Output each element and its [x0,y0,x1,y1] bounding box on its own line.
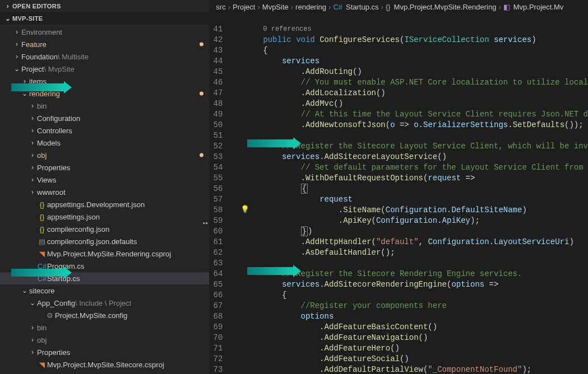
tree-folder[interactable]: ›items [0,75,209,87]
tree-folder[interactable]: ⌄App_Config \ Include \ Project [0,297,209,309]
explorer-sidebar: › OPEN EDITORS ⌄ MVP-SITE ›Environment ›… [0,0,209,374]
chevron-down-icon: ⌄ [3,15,12,22]
line-number: 48 [209,99,228,109]
line-number: 66 [209,290,228,301]
line-number: 43 [209,45,228,56]
tree-file[interactable]: {}appsettings.json [0,211,209,223]
file-tree: ›Environment ›Feature ›Foundation \ Mult… [0,25,209,374]
json-icon: {} [37,213,47,221]
line-number: 56 [209,184,228,194]
section-label: MVP-SITE [12,15,43,22]
line-number: 69 [209,322,228,333]
tree-folder[interactable]: ›obj [0,149,209,161]
line-number-gutter: 4142434445464748495051525354555657585960… [209,13,228,374]
csharp-icon: C# [333,3,342,11]
tree-folder[interactable]: ›Feature [0,38,209,50]
csharp-icon: C# [37,262,47,270]
line-number: 68 [209,311,228,322]
namespace-icon: {} [386,3,391,11]
tree-file[interactable]: ◥Mvp.Project.MvpSite.Rendering.csproj [0,247,209,260]
line-number: 67 [209,301,228,311]
line-number: 62 [209,247,228,258]
tree-file[interactable]: ◥Mvp.Project.MvpSite.Sitecore.csproj [0,358,209,371]
tree-file[interactable]: {}appsettings.Development.json [0,198,209,211]
csproj-icon: ◥ [37,361,47,369]
line-number: 73 [209,364,228,374]
line-number: 70 [209,333,228,343]
tree-folder[interactable]: ›Properties [0,346,209,358]
lightbulb-icon[interactable]: 💡 [240,205,249,214]
breadcrumb[interactable]: src› Project› MvpSite› rendering› C#Star… [209,0,588,13]
line-number: 47 [209,88,228,99]
line-number: 44 [209,56,228,67]
section-label: OPEN EDITORS [12,3,61,10]
json-icon: {} [37,225,47,233]
code-content[interactable]: 0 referencespublic void ConfigureService… [253,13,588,374]
line-number: 59 [209,216,228,226]
tree-folder[interactable]: ⌄sitecore [0,284,209,297]
open-editors-section[interactable]: › OPEN EDITORS [0,0,209,12]
tree-folder[interactable]: ›Models [0,137,209,149]
tree-folder[interactable]: ›obj [0,334,209,346]
file-icon: ▤ [37,237,47,246]
tree-file-startup[interactable]: C#Startup.cs [0,272,209,284]
tree-file[interactable]: C#Program.cs [0,260,209,272]
tree-folder[interactable]: ⌄Project \ MvpSite [0,63,209,75]
class-icon: ◧ [503,3,510,11]
tree-file[interactable]: ⚙Web.config [0,371,209,374]
tree-folder[interactable]: ›Controllers [0,124,209,137]
line-number: 52 [209,141,228,152]
line-number: 49 [209,109,228,120]
line-number: 71 [209,343,228,354]
modified-dot-icon [200,43,203,46]
csproj-icon: ◥ [37,250,47,258]
modified-dot-icon [200,92,203,96]
csharp-icon: C# [37,274,47,283]
tree-file[interactable]: ▤compilerconfig.json.defaults [0,235,209,247]
tree-folder[interactable]: ›bin [0,100,209,112]
line-number: 42 [209,35,228,45]
code-editor[interactable]: 4142434445464748495051525354555657585960… [209,13,588,374]
tree-folder[interactable]: ›Properties [0,161,209,174]
line-number: 54 [209,162,228,173]
tree-folder[interactable]: ›Configuration [0,112,209,124]
line-number: 51 [209,130,228,141]
line-number: 72 [209,354,228,364]
line-number: 63 [209,258,228,269]
line-number: 45 [209,67,228,77]
line-number: 57 [209,194,228,205]
json-icon: {} [37,200,47,209]
gear-icon: ⚙ [45,311,55,320]
line-number: 64 [209,269,228,279]
line-number: 55 [209,173,228,184]
tree-folder[interactable]: ›Foundation \ Multisite [0,50,209,63]
tree-file[interactable]: {}compilerconfig.json [0,223,209,235]
line-number: 41 [209,24,228,35]
line-number: 58 [209,205,228,216]
line-number: 61 [209,237,228,247]
modified-dot-icon [200,153,203,157]
tree-file[interactable]: ⚙Project.MvpSite.config [0,309,209,321]
line-number: 50 [209,120,228,130]
tree-folder[interactable]: ›Views [0,174,209,186]
line-number: 60 [209,226,228,237]
project-section[interactable]: ⌄ MVP-SITE [0,12,209,25]
line-number: 46 [209,77,228,88]
line-number: 65 [209,279,228,290]
tree-folder-rendering[interactable]: ⌄rendering [0,87,209,100]
chevron-right-icon: › [3,2,12,10]
codelens[interactable]: 0 references [263,24,588,35]
tree-folder[interactable]: ›bin [0,321,209,334]
line-number: 53 [209,152,228,162]
tree-folder[interactable]: ›wwwroot [0,186,209,198]
tree-folder[interactable]: ›Environment [0,26,209,38]
glyph-margin: 💡 [228,13,253,374]
